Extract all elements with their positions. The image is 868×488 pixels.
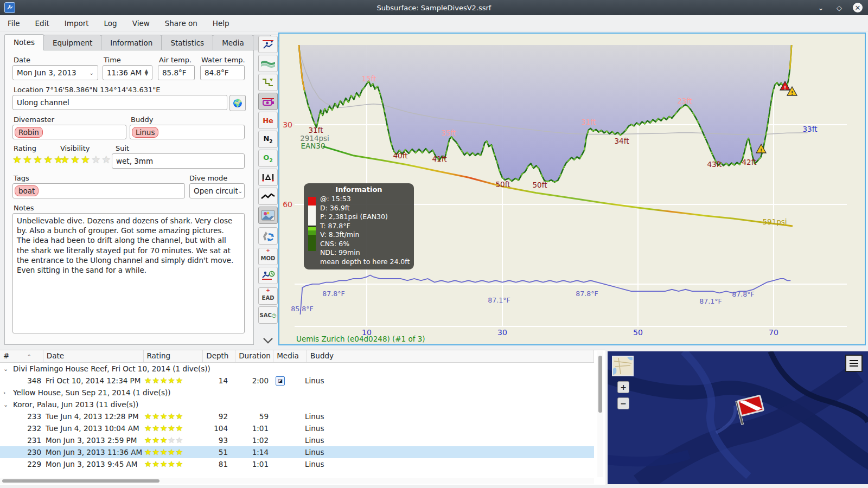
dive-row-230[interactable]: 230Mon Jun 3, 2013 11:36 AM★★★★★511:14Li…: [0, 446, 594, 458]
dive-row-229[interactable]: 229Mon Jun 3, 2013 9:45 AM★★★★★811:01Lin…: [0, 458, 594, 470]
divemaster-chip[interactable]: Robin: [15, 127, 43, 138]
photos-icon[interactable]: [258, 207, 278, 224]
tab-information[interactable]: Information: [101, 35, 162, 50]
menu-item-share-on[interactable]: Share on: [157, 17, 205, 30]
trip-label: Divi Flamingo House Reef, Fri Oct 10, 20…: [13, 364, 210, 373]
spinner-icons[interactable]: ▲▼: [145, 69, 148, 76]
chart-annotation: EAN30: [301, 142, 325, 150]
info-row: CNS: 6%: [308, 240, 410, 249]
column-header-date[interactable]: Date: [43, 350, 144, 362]
tab-equipment[interactable]: Equipment: [43, 35, 101, 50]
dive-list-header: # ⌃DateRatingDepthDurationMediaBuddy: [0, 350, 594, 363]
dive-buddy: Linus: [305, 460, 324, 468]
sac-icon[interactable]: SAC◷: [258, 306, 278, 324]
globe-button[interactable]: 🌍: [229, 95, 246, 111]
suit-input[interactable]: wet, 3mm: [112, 153, 245, 169]
trip-row[interactable]: ⌄Koror, Palau, Jun 2013 (11 dive(s)): [0, 399, 594, 410]
mod-icon[interactable]: +MOD: [258, 248, 278, 265]
date-combobox[interactable]: Mon Jun 3, 2013⌄: [12, 65, 98, 80]
dive-row-232[interactable]: 232Tue Jun 4, 2013 10:04 AM★★★★★1041:01L…: [0, 422, 594, 434]
map-zoom-out-button[interactable]: −: [617, 397, 629, 409]
divemaster-input[interactable]: Robin: [12, 125, 126, 139]
ead-icon[interactable]: +EAD: [258, 287, 278, 305]
airtemp-field[interactable]: 85.8°F: [158, 65, 195, 80]
tab-notes[interactable]: Notes: [4, 34, 44, 50]
dive-depth: 51: [195, 448, 228, 457]
close-icon[interactable]: ✕: [853, 3, 863, 12]
ruler-icon[interactable]: [258, 169, 278, 186]
minimize-icon[interactable]: ⌄: [816, 3, 826, 12]
gas-switch-icon[interactable]: [258, 227, 278, 245]
dive-site-map[interactable]: + −: [608, 351, 868, 484]
pN2-icon[interactable]: N2: [258, 131, 278, 148]
trip-row[interactable]: ⌄Divi Flamingo House Reef, Fri Oct 10, 2…: [0, 363, 594, 375]
collapse-icon[interactable]: ⌄: [3, 365, 11, 373]
media-icon[interactable]: ◪: [276, 376, 285, 386]
deco-time-icon[interactable]: [258, 267, 278, 284]
info-row: @: 15:53: [308, 195, 410, 204]
ceiling-icon[interactable]: [258, 55, 278, 72]
map-menu-button[interactable]: [845, 355, 863, 372]
map-type-thumbnail[interactable]: [612, 356, 634, 376]
dive-row-348[interactable]: 348Fri Oct 10, 2014 12:34 PM★★★★★142:00◪…: [0, 375, 594, 387]
tab-statistics[interactable]: Statistics: [161, 35, 213, 50]
tab-media[interactable]: Media: [213, 35, 253, 50]
dive-buddy: Linus: [305, 376, 324, 385]
svg-text:30: 30: [283, 120, 292, 129]
column-header-rating[interactable]: Rating: [144, 350, 203, 362]
dive-row-233[interactable]: 233Tue Jun 4, 2013 12:28 PM★★★★★9259Linu…: [0, 410, 594, 422]
notes-label: Notes: [14, 204, 34, 212]
dive-number: 348: [18, 376, 41, 385]
maximize-icon[interactable]: ◇: [834, 3, 844, 12]
chart-annotation: 87.8°F: [576, 290, 598, 298]
heartrate-icon[interactable]: [258, 188, 278, 205]
tag-chip[interactable]: boat: [15, 185, 39, 196]
menu-item-import[interactable]: Import: [57, 17, 97, 30]
vertical-scrollbar[interactable]: [597, 351, 603, 477]
column-header-buddy[interactable]: Buddy: [307, 350, 594, 362]
chart-annotation: 87.1°F: [488, 296, 510, 304]
vscroll-thumb[interactable]: [598, 356, 602, 413]
chart-annotation: 23ft: [678, 97, 692, 105]
menu-item-file[interactable]: File: [0, 17, 28, 30]
watertemp-field[interactable]: 84.8°F: [200, 65, 245, 80]
dive-row-231[interactable]: 231Mon Jun 3, 2013 2:59 PM★★★★★931:02Lin…: [0, 434, 594, 446]
pO2-icon[interactable]: O2: [258, 150, 278, 167]
menu-item-view[interactable]: View: [125, 17, 157, 30]
horizontal-scrollbar[interactable]: [0, 478, 594, 484]
dc-ceiling-icon[interactable]: [258, 74, 278, 91]
divemode-combobox[interactable]: Open circuit⌄: [189, 183, 245, 198]
location-input[interactable]: Ulong channel: [12, 95, 227, 110]
pHe-icon[interactable]: He: [258, 112, 278, 129]
dive-buddy: Linus: [305, 412, 324, 421]
collapse-icon[interactable]: ⌄: [3, 401, 11, 408]
map-zoom-in-button[interactable]: +: [617, 381, 629, 393]
dive-profile-chart[interactable]: !!!10305070306031ft2914psiEAN3015ft40ft4…: [278, 33, 866, 345]
trip-row[interactable]: ›Yellow House, Sun Sep 21, 2014 (1 dive(…: [0, 387, 594, 399]
time-spinbox[interactable]: 11:36 AM▲▼: [103, 65, 152, 80]
tissues-icon[interactable]: [258, 93, 278, 110]
tags-input[interactable]: boat: [12, 183, 185, 198]
visibility-stars[interactable]: ★★★★★: [60, 153, 112, 165]
column-header-media[interactable]: Media: [273, 350, 307, 362]
column-header-depth[interactable]: Depth: [203, 350, 235, 362]
dive-mode-icon[interactable]: [258, 36, 278, 53]
column-header-duration[interactable]: Duration: [235, 350, 273, 362]
expand-icon[interactable]: ›: [3, 389, 11, 396]
column-header-num[interactable]: # ⌃: [0, 350, 43, 362]
dive-number: 231: [18, 436, 41, 445]
time-label: Time: [104, 56, 121, 64]
toolbar-scroll-down-icon[interactable]: [258, 332, 278, 349]
plus-icon: +: [620, 383, 627, 391]
hscroll-thumb[interactable]: [2, 479, 159, 483]
menu-item-edit[interactable]: Edit: [28, 17, 57, 30]
dive-date: Tue Jun 4, 2013 10:04 AM: [46, 424, 139, 433]
buddy-chip[interactable]: Linus: [132, 127, 158, 138]
buddy-input[interactable]: Linus: [130, 125, 245, 139]
menu-item-log[interactable]: Log: [97, 17, 125, 30]
menu-item-help[interactable]: Help: [205, 17, 237, 30]
notes-textarea[interactable]: Unbelievable dive. Dozens and dozens of …: [12, 213, 245, 333]
svg-text:!: !: [784, 85, 786, 91]
suit-label: Suit: [116, 144, 129, 152]
rating-stars[interactable]: ★★★★★: [12, 153, 64, 165]
